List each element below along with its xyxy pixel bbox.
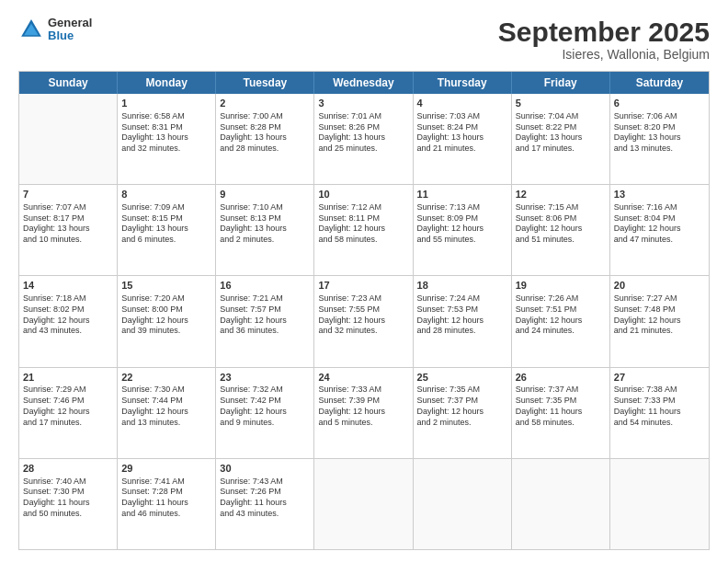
day-number: 22 (121, 371, 211, 385)
cal-cell-1-6: 13Sunrise: 7:16 AMSunset: 8:04 PMDayligh… (610, 185, 709, 275)
cell-line: Sunrise: 6:58 AM (121, 111, 211, 122)
cell-line: Sunset: 7:51 PM (516, 304, 606, 316)
cal-cell-0-1: 1Sunrise: 6:58 AMSunset: 8:31 PMDaylight… (118, 94, 216, 184)
cell-line: Sunrise: 7:32 AM (220, 385, 310, 396)
cell-line: and 47 minutes. (614, 235, 705, 246)
cell-line: Sunrise: 7:04 AM (516, 111, 606, 122)
cal-cell-3-2: 23Sunrise: 7:32 AMSunset: 7:42 PMDayligh… (216, 368, 314, 458)
week-row-4: 28Sunrise: 7:40 AMSunset: 7:30 PMDayligh… (19, 459, 709, 549)
cell-line: Sunrise: 7:01 AM (318, 111, 408, 122)
cell-line: Sunset: 8:00 PM (121, 304, 211, 316)
cell-line: Sunset: 7:46 PM (23, 396, 113, 407)
day-number: 7 (23, 188, 113, 201)
cell-line: Sunrise: 7:13 AM (417, 202, 507, 213)
cal-cell-4-0: 28Sunrise: 7:40 AMSunset: 7:30 PMDayligh… (19, 459, 118, 549)
cell-line: Daylight: 13 hours (417, 132, 507, 144)
cell-line: and 39 minutes. (121, 326, 211, 337)
cell-line: Sunrise: 7:00 AM (220, 111, 310, 122)
cal-cell-3-4: 25Sunrise: 7:35 AMSunset: 7:37 PMDayligh… (414, 368, 512, 458)
cell-line: Daylight: 13 hours (220, 224, 310, 235)
cell-line: Daylight: 12 hours (220, 316, 310, 327)
cal-cell-4-1: 29Sunrise: 7:41 AMSunset: 7:28 PMDayligh… (118, 459, 216, 549)
cell-line: Daylight: 12 hours (614, 316, 705, 327)
cal-cell-3-3: 24Sunrise: 7:33 AMSunset: 7:39 PMDayligh… (314, 368, 413, 458)
cell-line: Sunrise: 7:09 AM (121, 202, 211, 213)
cal-cell-1-1: 8Sunrise: 7:09 AMSunset: 8:15 PMDaylight… (118, 185, 216, 275)
cell-line: Daylight: 12 hours (417, 224, 507, 235)
cell-line: and 55 minutes. (417, 235, 507, 246)
cell-line: Sunset: 8:31 PM (121, 122, 211, 133)
calendar-title: September 2025 (498, 17, 710, 47)
header-day-sunday: Sunday (19, 72, 118, 94)
cal-cell-2-5: 19Sunrise: 7:26 AMSunset: 7:51 PMDayligh… (512, 276, 610, 366)
cell-line: Sunrise: 7:10 AM (220, 202, 310, 213)
cal-cell-4-2: 30Sunrise: 7:43 AMSunset: 7:26 PMDayligh… (216, 459, 314, 549)
cell-line: Sunset: 8:04 PM (614, 213, 705, 224)
cal-cell-3-6: 27Sunrise: 7:38 AMSunset: 7:33 PMDayligh… (610, 368, 709, 458)
day-number: 29 (121, 462, 211, 476)
day-number: 30 (220, 462, 310, 476)
day-number: 3 (318, 97, 408, 110)
cell-line: Daylight: 13 hours (516, 132, 606, 144)
cell-line: Sunset: 7:48 PM (614, 304, 705, 316)
cal-cell-0-4: 4Sunrise: 7:03 AMSunset: 8:24 PMDaylight… (414, 94, 512, 184)
title-block: September 2025 Isieres, Wallonia, Belgiu… (498, 17, 710, 62)
cell-line: Sunset: 8:06 PM (516, 213, 606, 224)
cell-line: and 2 minutes. (220, 235, 310, 246)
cal-cell-3-5: 26Sunrise: 7:37 AMSunset: 7:35 PMDayligh… (512, 368, 610, 458)
cal-cell-2-4: 18Sunrise: 7:24 AMSunset: 7:53 PMDayligh… (414, 276, 512, 366)
logo-general: General (48, 17, 92, 29)
cal-cell-2-3: 17Sunrise: 7:23 AMSunset: 7:55 PMDayligh… (314, 276, 413, 366)
cell-line: Sunset: 8:24 PM (417, 122, 507, 133)
cell-line: Sunrise: 7:35 AM (417, 385, 507, 396)
cal-cell-0-0 (19, 94, 118, 184)
cell-line: and 17 minutes. (23, 418, 113, 429)
cell-line: and 24 minutes. (516, 326, 606, 337)
cell-line: Daylight: 11 hours (516, 407, 606, 418)
cell-line: Sunset: 8:15 PM (121, 213, 211, 224)
cell-line: Sunrise: 7:29 AM (23, 385, 113, 396)
cell-line: and 13 minutes. (121, 418, 211, 429)
cell-line: Sunset: 8:02 PM (23, 304, 113, 316)
cell-line: and 21 minutes. (614, 326, 705, 337)
day-number: 23 (220, 371, 310, 385)
day-number: 17 (318, 279, 408, 293)
day-number: 12 (516, 188, 606, 201)
day-number: 14 (23, 279, 113, 293)
cell-line: and 10 minutes. (23, 235, 113, 246)
cal-cell-0-5: 5Sunrise: 7:04 AMSunset: 8:22 PMDaylight… (512, 94, 610, 184)
logo: General Blue (18, 17, 92, 43)
cell-line: Sunset: 7:42 PM (220, 396, 310, 407)
cell-line: Sunrise: 7:07 AM (23, 202, 113, 213)
logo-icon (18, 17, 44, 42)
cell-line: and 43 minutes. (23, 326, 113, 337)
cal-cell-1-3: 10Sunrise: 7:12 AMSunset: 8:11 PMDayligh… (314, 185, 413, 275)
day-number: 1 (121, 97, 211, 110)
cell-line: Sunrise: 7:33 AM (318, 385, 408, 396)
cell-line: Daylight: 12 hours (23, 316, 113, 327)
cell-line: Daylight: 12 hours (614, 224, 705, 235)
cell-line: and 5 minutes. (318, 418, 408, 429)
cell-line: Daylight: 11 hours (121, 498, 211, 509)
cell-line: Daylight: 12 hours (417, 316, 507, 327)
day-number: 19 (516, 279, 606, 293)
cell-line: and 28 minutes. (417, 326, 507, 337)
cell-line: and 36 minutes. (220, 326, 310, 337)
cell-line: Sunset: 8:28 PM (220, 122, 310, 133)
week-row-1: 7Sunrise: 7:07 AMSunset: 8:17 PMDaylight… (19, 185, 709, 276)
day-number: 27 (614, 371, 705, 385)
cell-line: Sunset: 8:13 PM (220, 213, 310, 224)
cell-line: Daylight: 12 hours (121, 316, 211, 327)
header-day-friday: Friday (512, 72, 610, 94)
cell-line: Daylight: 13 hours (121, 132, 211, 144)
cell-line: Daylight: 13 hours (23, 224, 113, 235)
cell-line: Sunrise: 7:40 AM (23, 477, 113, 488)
cell-line: Daylight: 11 hours (220, 498, 310, 509)
cal-cell-2-1: 15Sunrise: 7:20 AMSunset: 8:00 PMDayligh… (118, 276, 216, 366)
cell-line: and 28 minutes. (220, 144, 310, 155)
cell-line: Sunset: 8:09 PM (417, 213, 507, 224)
cal-cell-1-4: 11Sunrise: 7:13 AMSunset: 8:09 PMDayligh… (414, 185, 512, 275)
cell-line: Daylight: 11 hours (614, 407, 705, 418)
cell-line: Sunset: 7:39 PM (318, 396, 408, 407)
cal-cell-4-3 (314, 459, 413, 549)
